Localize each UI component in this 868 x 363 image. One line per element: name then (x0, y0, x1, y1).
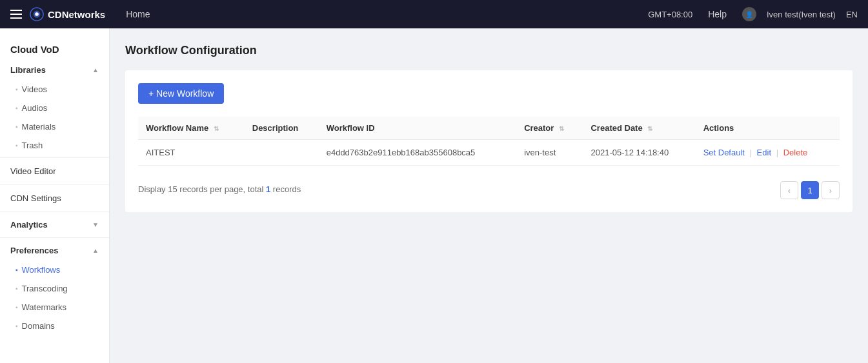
pagination: ‹ 1 › (780, 173, 840, 199)
prev-page-button[interactable]: ‹ (780, 181, 798, 199)
divider-3 (0, 211, 109, 212)
sidebar-section-analytics[interactable]: Analytics ▼ (0, 215, 109, 235)
timezone-label: GMT+08:00 (648, 10, 692, 19)
col-created-date: Created Date ⇅ (583, 117, 695, 140)
main-content: Workflow Configuration + New Workflow Wo… (110, 28, 868, 363)
col-workflow-id: Workflow ID (319, 117, 516, 140)
top-nav: CDNetworks Home GMT+08:00 Help 👤 Iven te… (0, 0, 868, 28)
logo-icon (30, 7, 44, 21)
cell-creator: iven-test (516, 140, 583, 166)
lang-label[interactable]: EN (846, 10, 858, 19)
chevron-up-icon-2: ▲ (92, 247, 99, 254)
col-description: Description (245, 117, 319, 140)
top-nav-right: GMT+08:00 Help 👤 Iven test(Iven test) EN (648, 6, 858, 22)
svg-point-1 (35, 12, 39, 16)
sidebar-item-cdn-settings[interactable]: CDN Settings (0, 188, 109, 209)
page-1-button[interactable]: 1 (801, 181, 819, 199)
next-page-button[interactable]: › (822, 181, 840, 199)
delete-link[interactable]: Delete (783, 148, 808, 157)
sidebar-section-libraries[interactable]: Libraries ▲ (0, 60, 109, 80)
sidebar-section-preferences[interactable]: Preferences ▲ (0, 240, 109, 260)
sidebar-item-domains[interactable]: Domains (0, 317, 109, 335)
new-workflow-button[interactable]: + New Workflow (138, 83, 224, 104)
set-default-link[interactable]: Set Default (703, 148, 745, 157)
divider-2 (0, 184, 109, 185)
sidebar-item-videos[interactable]: Videos (0, 80, 109, 99)
cell-workflow-id: e4ddd763b2e911ebb168ab355608bca5 (319, 140, 516, 166)
cell-actions: Set Default | Edit | Delete (696, 140, 840, 166)
divider-4 (0, 237, 109, 238)
col-actions: Actions (696, 117, 840, 140)
nav-home[interactable]: Home (121, 6, 155, 22)
action-sep-1: | (750, 148, 752, 157)
sidebar-item-watermarks[interactable]: Watermarks (0, 298, 109, 317)
pagination-info: Display 15 records per page, total 1 rec… (138, 177, 301, 197)
table-header-row: Workflow Name ⇅ Description Workflow ID … (138, 117, 840, 140)
sidebar: Cloud VoD Libraries ▲ Videos Audios Mate… (0, 28, 110, 363)
app-title: Cloud VoD (0, 36, 109, 60)
sidebar-item-transcoding[interactable]: Transcoding (0, 279, 109, 298)
col-workflow-name: Workflow Name ⇅ (138, 117, 245, 140)
edit-link[interactable]: Edit (757, 148, 771, 157)
chevron-up-icon: ▲ (92, 66, 99, 74)
logo-text: CDNetworks (48, 9, 105, 20)
cell-description (245, 140, 319, 166)
sidebar-item-audios[interactable]: Audios (0, 99, 109, 117)
col-creator: Creator ⇅ (516, 117, 583, 140)
page-title: Workflow Configuration (125, 44, 853, 57)
action-sep-2: | (776, 148, 778, 157)
sidebar-item-video-editor[interactable]: Video Editor (0, 161, 109, 182)
content-card: + New Workflow Workflow Name ⇅ Descripti… (125, 70, 853, 212)
table-row: AITEST e4ddd763b2e911ebb168ab355608bca5 … (138, 140, 840, 166)
sort-icon-date[interactable]: ⇅ (647, 125, 652, 132)
chevron-down-icon: ▼ (92, 221, 99, 228)
sidebar-item-materials[interactable]: Materials (0, 117, 109, 136)
workflow-table: Workflow Name ⇅ Description Workflow ID … (138, 117, 840, 166)
sidebar-item-workflows[interactable]: Workflows (0, 260, 109, 279)
divider-1 (0, 157, 109, 158)
help-link[interactable]: Help (703, 6, 732, 22)
hamburger-menu[interactable] (10, 10, 22, 19)
cell-workflow-name: AITEST (138, 140, 245, 166)
sidebar-item-trash[interactable]: Trash (0, 136, 109, 155)
sort-icon-name[interactable]: ⇅ (214, 125, 219, 132)
sort-icon-creator[interactable]: ⇅ (559, 125, 564, 132)
app-layout: Cloud VoD Libraries ▲ Videos Audios Mate… (0, 28, 868, 363)
user-avatar[interactable]: 👤 (742, 7, 756, 21)
user-label: Iven test(Iven test) (767, 10, 836, 19)
logo: CDNetworks (30, 7, 105, 21)
cell-created-date: 2021-05-12 14:18:40 (583, 140, 695, 166)
